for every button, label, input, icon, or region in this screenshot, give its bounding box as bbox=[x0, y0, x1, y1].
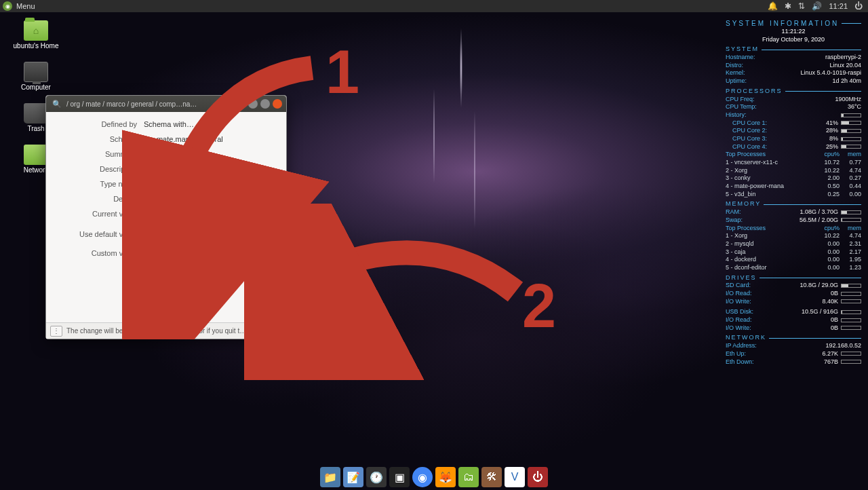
volume-icon[interactable]: 🔊 bbox=[812, 1, 822, 11]
proc-row: 2 - Xorg bbox=[726, 167, 815, 175]
proc-row: 3 - conky bbox=[726, 174, 815, 183]
proc-row: 4 - mate-power-mana bbox=[726, 183, 815, 191]
panel-clock[interactable]: 11:21 bbox=[829, 2, 848, 10]
typename-value: Boolean bbox=[144, 180, 277, 188]
desktop-icon-home[interactable]: ubuntu's Home bbox=[12, 20, 60, 50]
trash-icon bbox=[24, 103, 48, 124]
summary-label: Summary bbox=[56, 150, 144, 158]
ethup-value: 6.27K bbox=[822, 350, 838, 357]
sdcard-value: 10.8G / 29.0G bbox=[800, 282, 838, 288]
conky-date: Friday October 9, 2020 bbox=[726, 36, 861, 44]
power-icon[interactable]: ⏻ bbox=[854, 1, 863, 11]
search-icon[interactable]: 🔍 bbox=[50, 100, 64, 109]
drives-section: DRIVES bbox=[726, 274, 861, 282]
use-default-label: Use default value bbox=[56, 230, 144, 238]
defined-by-value: Schema with… bbox=[144, 120, 277, 128]
footer-menu-button[interactable]: ⋮ bbox=[50, 326, 62, 337]
distro-value: Linux 20.04 bbox=[829, 62, 861, 70]
ram-value: 1.08G / 3.70G bbox=[800, 208, 838, 215]
iowrite2-value: 0B bbox=[831, 324, 838, 331]
core3-value: 8% bbox=[829, 135, 838, 142]
network-section: NETWORK bbox=[726, 334, 861, 342]
default-value: false bbox=[144, 195, 277, 203]
processors-section: PROCESSORS bbox=[726, 88, 861, 96]
iowrite-value: 8.40K bbox=[822, 298, 838, 305]
window-minimize-button[interactable] bbox=[248, 99, 258, 109]
network-folder-icon bbox=[24, 145, 48, 165]
notification-icon[interactable]: 🔔 bbox=[768, 1, 778, 11]
window-close-button[interactable] bbox=[273, 99, 282, 109]
mem-row: 1 - Xorg bbox=[726, 232, 815, 240]
conky-time: 11:21:22 bbox=[726, 28, 861, 36]
top-panel: ◉ Menu 🔔 ✱ ⇅ 🔊 11:21 ⏻ bbox=[0, 0, 868, 12]
star-icon[interactable]: ☆ bbox=[224, 100, 235, 109]
ethdown-value: 767B bbox=[824, 358, 838, 365]
icon-label: Trash bbox=[27, 125, 44, 132]
custom-value-segmented: False True bbox=[144, 249, 203, 262]
custom-value-label: Custom value bbox=[56, 249, 144, 257]
false-option[interactable]: False bbox=[144, 250, 174, 261]
mem-row: 3 - caja bbox=[726, 248, 815, 257]
uptime-value: 1d 2h 40m bbox=[832, 77, 861, 86]
window-titlebar[interactable]: 🔍 / org / mate / marco / general / comp…… bbox=[46, 96, 286, 112]
proc-row: 1 - vncserver-x11-c bbox=[726, 159, 815, 167]
core2-value: 28% bbox=[826, 127, 838, 134]
default-label: Default bbox=[56, 195, 144, 203]
description-label: Description bbox=[56, 165, 144, 173]
dock-settings-icon[interactable]: 🛠 bbox=[481, 467, 502, 487]
swap-value: 56.5M / 2.00G bbox=[800, 216, 838, 223]
window-maximize-button[interactable] bbox=[260, 99, 270, 109]
schema-value: org.mate.marco.general bbox=[144, 135, 277, 143]
memory-section: MEMORY bbox=[726, 200, 861, 208]
icon-label: ubuntu's Home bbox=[14, 42, 59, 50]
dock-editor-icon[interactable]: 📝 bbox=[343, 467, 363, 487]
dock-shutdown-icon[interactable]: ⏻ bbox=[528, 467, 548, 487]
mem-row: 5 - dconf-editor bbox=[726, 264, 815, 272]
defined-by-label: Defined by bbox=[56, 120, 144, 128]
dock-vnc-icon[interactable]: V bbox=[505, 467, 525, 487]
folder-home-icon bbox=[24, 20, 48, 41]
footer-message: The change will be applied on such reque… bbox=[66, 327, 250, 335]
dock-firefox-icon[interactable]: 🦊 bbox=[435, 467, 456, 487]
distro-logo-icon[interactable]: ◉ bbox=[3, 1, 12, 11]
usb-value: 10.5G / 916G bbox=[802, 308, 838, 315]
ioread2-value: 0B bbox=[831, 316, 838, 323]
core4-value: 25% bbox=[826, 143, 838, 150]
current-value: false bbox=[144, 210, 277, 218]
dock-clock-icon[interactable]: 🕐 bbox=[366, 467, 387, 487]
hamburger-icon[interactable]: ≡ bbox=[237, 100, 245, 108]
hostname-value: raspberrypi-2 bbox=[825, 54, 861, 62]
dock-files-icon[interactable]: 📁 bbox=[320, 467, 340, 487]
ioread-value: 0B bbox=[831, 290, 838, 297]
breadcrumb[interactable]: / org / mate / marco / general / comp…na… bbox=[66, 100, 221, 108]
conky-panel: SYSTEM INFORMATION 11:21:22 Friday Octob… bbox=[726, 19, 861, 366]
dconf-editor-window: 🔍 / org / mate / marco / general / comp…… bbox=[45, 95, 287, 339]
network-updown-icon[interactable]: ⇅ bbox=[798, 1, 805, 11]
bluetooth-icon[interactable]: ✱ bbox=[785, 1, 791, 11]
core1-value: 41% bbox=[826, 119, 838, 126]
kernel-value: Linux 5.4.0-1019-raspi bbox=[800, 69, 861, 77]
icon-label: Network bbox=[24, 166, 49, 174]
menu-button[interactable]: Menu bbox=[16, 2, 35, 10]
proc-row: 5 - v3d_bin bbox=[726, 191, 815, 199]
dock: 📁 📝 🕐 ▣ ◉ 🦊 🗂 🛠 V ⏻ bbox=[315, 464, 553, 490]
mem-row: 2 - mysqld bbox=[726, 240, 815, 248]
summary-value: …manager bbox=[144, 150, 277, 158]
history-bar bbox=[841, 113, 861, 117]
dock-terminal-icon[interactable]: ▣ bbox=[389, 467, 410, 487]
system-section: SYSTEM bbox=[726, 45, 861, 54]
apply-button[interactable]: ✔ bbox=[254, 326, 266, 337]
window-footer: ⋮ The change will be applied on such req… bbox=[46, 322, 286, 339]
conky-title: SYSTEM INFORMATION bbox=[726, 19, 861, 28]
desktop-icon-computer[interactable]: Computer bbox=[12, 62, 60, 91]
description-value: D… Marco is a compositing m… bbox=[144, 165, 277, 173]
window-body: Defined bySchema with… Schemaorg.mate.ma… bbox=[46, 112, 286, 322]
discard-button[interactable]: ✖ bbox=[270, 326, 282, 337]
computer-icon bbox=[24, 62, 48, 82]
mem-row: 4 - dockerd bbox=[726, 256, 815, 264]
true-option[interactable]: True bbox=[174, 250, 201, 261]
dock-chromium-icon[interactable]: ◉ bbox=[412, 467, 433, 487]
cputemp-value: 36°C bbox=[848, 103, 861, 111]
use-default-toggle[interactable] bbox=[144, 230, 175, 242]
dock-filemanager-icon[interactable]: 🗂 bbox=[458, 467, 479, 487]
